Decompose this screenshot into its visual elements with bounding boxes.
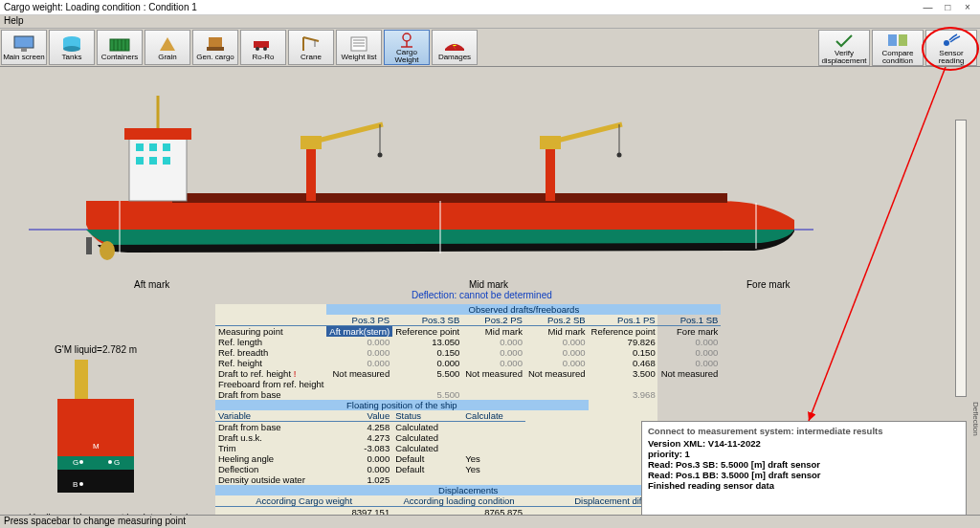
svg-point-44: [378, 153, 383, 158]
svg-rect-5: [110, 39, 129, 51]
svg-point-13: [256, 47, 259, 51]
svg-rect-30: [172, 193, 727, 203]
svg-rect-37: [149, 157, 157, 165]
table-header-row: Pos.3 PS Pos.3 SB Pos.2 PS Pos.2 SB Pos.…: [215, 315, 721, 326]
svg-rect-33: [136, 143, 144, 151]
floating-header: Floating position of the ship: [215, 400, 589, 410]
tool-label: Containers: [101, 54, 139, 61]
svg-line-47: [553, 124, 622, 142]
mid-mark-label: Mid mark: [469, 279, 508, 290]
popup-line: priority: 1: [648, 449, 960, 459]
svg-point-22: [403, 33, 411, 41]
grain-icon: [154, 34, 181, 54]
svg-point-28: [944, 40, 949, 46]
svg-rect-36: [136, 157, 144, 165]
deflection-ruler[interactable]: [955, 120, 967, 397]
svg-rect-18: [351, 37, 367, 51]
svg-rect-12: [254, 41, 269, 48]
svg-point-49: [617, 153, 622, 158]
popup-line: Read: Pos.1 BB: 3.5000 [m] draft sensor: [648, 470, 960, 480]
crane-icon: [298, 34, 324, 54]
svg-line-66: [809, 67, 946, 421]
svg-rect-45: [546, 145, 555, 201]
tool-containers[interactable]: Containers: [97, 30, 143, 65]
tool-crane[interactable]: Crane: [288, 30, 334, 65]
tool-roro[interactable]: Ro-Ro: [240, 30, 286, 65]
toolbar: Main screen Tanks Containers Grain Gen. …: [0, 29, 980, 67]
svg-rect-35: [163, 143, 170, 151]
minimize-icon[interactable]: —: [919, 2, 936, 13]
tool-label: Tanks: [62, 54, 82, 61]
tool-tanks[interactable]: Tanks: [49, 30, 95, 65]
tool-sensor-reading[interactable]: Sensor reading: [925, 30, 977, 66]
svg-rect-1: [21, 48, 27, 52]
svg-rect-11: [207, 47, 224, 51]
window-buttons: — □ ×: [919, 2, 976, 13]
svg-rect-34: [149, 143, 157, 151]
svg-text:G: G: [73, 458, 78, 467]
svg-line-16: [303, 37, 319, 41]
tool-gen-cargo[interactable]: Gen. cargo: [192, 30, 238, 65]
popup-line: Version XML: V14-11-2022: [648, 438, 960, 449]
window-title: Cargo weight: Loading condition : Condit…: [4, 2, 919, 12]
svg-point-14: [263, 47, 267, 51]
svg-rect-38: [163, 157, 170, 165]
svg-point-53: [100, 241, 115, 260]
deflection-ruler-label: Deflection: [971, 402, 980, 436]
tool-verify-displacement[interactable]: Verify displacement: [818, 30, 870, 66]
popup-title: Connect to measurement system: intermedi…: [648, 426, 960, 436]
close-icon[interactable]: ×: [959, 2, 976, 13]
tool-damages[interactable]: Damages: [432, 30, 478, 65]
tool-label: Cargo Weight: [385, 49, 429, 64]
popup-line: Read: Pos.3 SB: 5.5000 [m] draft sensor: [648, 459, 960, 470]
compare-icon: [884, 31, 911, 50]
svg-rect-55: [75, 360, 88, 400]
menu-bar: Help: [0, 15, 980, 29]
svg-point-61: [108, 460, 112, 464]
sensor-icon: [938, 31, 965, 50]
tool-label: Damages: [438, 54, 471, 61]
tool-grain[interactable]: Grain: [145, 30, 190, 65]
canvas-area: Aft mark Mid mark Fore mark Deflection: …: [0, 67, 980, 528]
menu-help[interactable]: Help: [4, 15, 24, 26]
tool-label: Weight list: [342, 54, 377, 61]
tool-weight-list[interactable]: Weight list: [336, 30, 382, 65]
gm-section-view: G'M liquid=2.782 m G G M B: [29, 344, 163, 519]
tool-label: Crane: [301, 54, 322, 61]
row-freeboard[interactable]: Freeboard from ref. height: [215, 379, 721, 389]
title-bar: Cargo weight: Loading condition : Condit…: [0, 0, 980, 15]
fore-mark-label: Fore mark: [746, 279, 791, 290]
gm-liquid-label: G'M liquid=2.782 m: [29, 344, 163, 355]
tool-main-screen[interactable]: Main screen: [1, 30, 47, 65]
gm-section-icon: G G M B: [29, 355, 163, 517]
maximize-icon[interactable]: □: [939, 2, 956, 13]
tank-icon: [58, 34, 85, 54]
svg-rect-57: [57, 456, 134, 470]
damage-icon: [441, 34, 468, 54]
row-ref-length[interactable]: Ref. length0.00013.0500.0000.00079.8260.…: [215, 337, 721, 347]
svg-rect-27: [899, 34, 907, 46]
sensor-popup: Connect to measurement system: intermedi…: [641, 421, 967, 526]
svg-rect-32: [124, 128, 191, 140]
deflection-note: Deflection: cannot be determined: [412, 290, 552, 300]
tool-compare-condition[interactable]: Compare condition: [872, 30, 924, 66]
row-ref-height[interactable]: Ref. height0.0000.0000.0000.0000.4680.00…: [215, 358, 721, 368]
popup-line: Finished reading sensor data: [648, 480, 960, 491]
data-panel: Observed drafts/freeboards Pos.3 PS Pos.…: [215, 304, 657, 528]
svg-text:B: B: [73, 480, 78, 489]
svg-rect-26: [888, 34, 897, 46]
row-ref-breadth[interactable]: Ref. breadth0.0000.1500.0000.0000.1500.0…: [215, 347, 721, 358]
tool-cargo-weight[interactable]: Cargo Weight: [384, 30, 430, 65]
status-text: Press spacebar to change measuring point: [4, 516, 186, 526]
svg-point-4: [63, 46, 80, 52]
row-draft-to-ref[interactable]: Draft to ref. height !Not measured5.500N…: [215, 368, 721, 379]
row-measuring-point[interactable]: Measuring point Aft mark(stern) Referenc…: [215, 326, 721, 338]
tool-label: Gen. cargo: [196, 54, 234, 61]
toolbar-right: Verify displacement Compare condition Se…: [817, 29, 978, 67]
status-bar: Press spacebar to change measuring point: [0, 515, 980, 528]
tool-label: Main screen: [3, 54, 45, 61]
svg-rect-58: [57, 470, 134, 493]
svg-text:G: G: [114, 458, 120, 467]
svg-rect-40: [306, 145, 316, 201]
verify-icon: [831, 31, 858, 50]
